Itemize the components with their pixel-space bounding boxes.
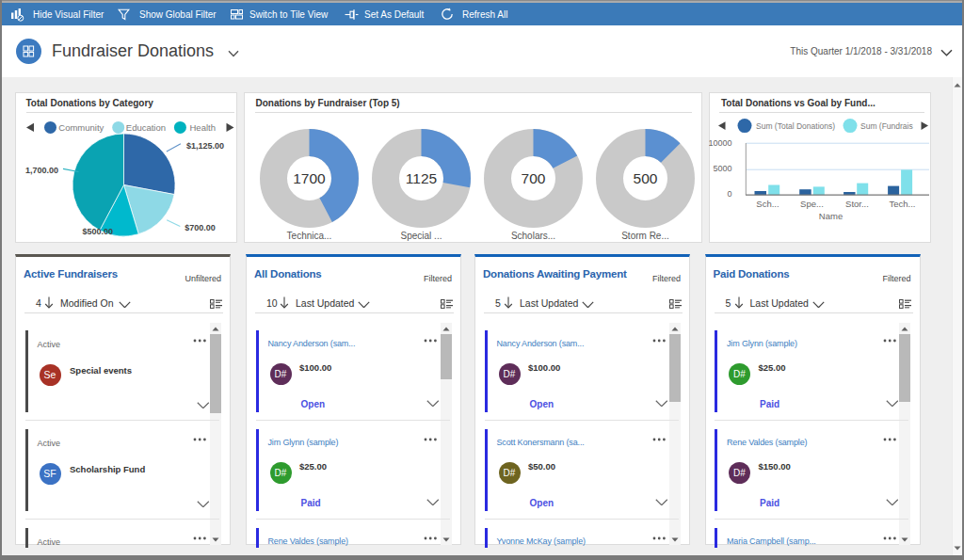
svg-text:0: 0 <box>727 189 731 199</box>
svg-text:Stor...: Stor... <box>845 199 869 209</box>
svg-text:5000: 5000 <box>713 164 731 173</box>
svg-text:Technica...: Technica... <box>286 231 331 241</box>
svg-text:Scholars...: Scholars... <box>510 231 554 241</box>
svg-text:1125: 1125 <box>405 170 436 186</box>
svg-text:500: 500 <box>633 170 657 186</box>
svg-text:Spe...: Spe... <box>800 199 824 209</box>
svg-text:1700: 1700 <box>293 170 326 186</box>
svg-text:Tech...: Tech... <box>889 199 915 209</box>
svg-text:$500.00: $500.00 <box>83 227 114 236</box>
svg-text:Community: Community <box>58 122 104 133</box>
svg-text:Name: Name <box>818 211 842 221</box>
svg-text:$1,125.00: $1,125.00 <box>186 141 224 151</box>
svg-text:Storm Re...: Storm Re... <box>621 231 669 241</box>
svg-text:Health: Health <box>190 122 216 133</box>
svg-text:Special ...: Special ... <box>400 231 442 241</box>
svg-text:$700.00: $700.00 <box>185 223 216 232</box>
svg-text:Sum (Total Donations): Sum (Total Donations) <box>756 121 835 131</box>
svg-text:700: 700 <box>521 170 545 186</box>
svg-text:10000: 10000 <box>709 138 732 148</box>
svg-text:Sum (Fundrais: Sum (Fundrais <box>860 121 913 131</box>
svg-text:Sch...: Sch... <box>756 199 779 209</box>
svg-text:Education: Education <box>126 122 166 133</box>
svg-text:1,700.00: 1,700.00 <box>25 166 58 175</box>
